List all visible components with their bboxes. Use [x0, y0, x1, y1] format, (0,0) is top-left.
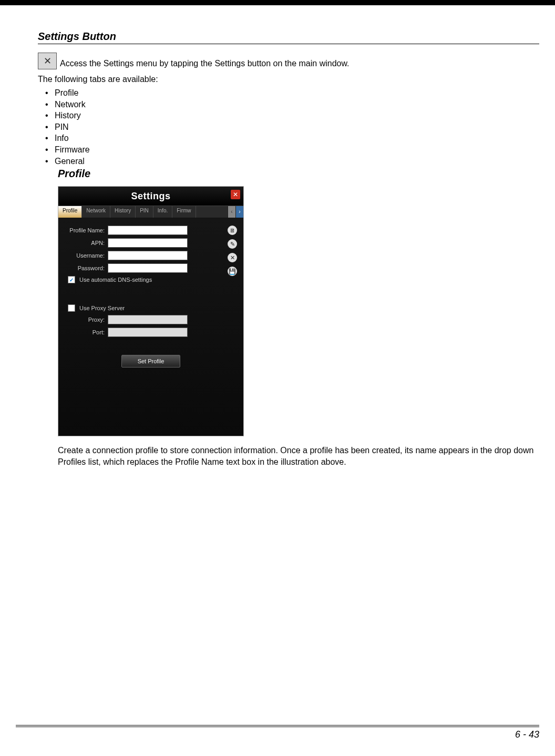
input-profile-name[interactable] — [108, 226, 188, 235]
tab-item: General — [47, 156, 539, 167]
delete-profile-icon[interactable]: ✕ — [228, 253, 237, 262]
tab-item: Network — [47, 99, 539, 110]
page-top-bar — [0, 0, 555, 5]
input-username[interactable] — [108, 251, 188, 260]
edit-profile-icon[interactable]: ✎ — [228, 239, 237, 249]
save-profile-icon[interactable]: 💾 — [228, 267, 237, 276]
window-title: Settings — [131, 191, 170, 202]
settings-icon: ✕ — [38, 53, 57, 69]
set-profile-button[interactable]: Set Profile — [121, 355, 180, 367]
tab-network[interactable]: Network — [82, 206, 110, 218]
label-profile-name: Profile Name: — [64, 227, 108, 233]
tab-scroll-right-icon[interactable]: › — [235, 206, 243, 218]
settings-window-screenshot: Settings ✕ Profile Network History PIN I… — [58, 186, 244, 436]
tab-scroll-left-icon[interactable]: ‹ — [228, 206, 235, 218]
tab-history[interactable]: History — [110, 206, 136, 218]
tab-item: Profile — [47, 87, 539, 99]
label-port: Port: — [64, 329, 108, 335]
tab-firmware[interactable]: Firmw — [172, 206, 196, 218]
window-titlebar: Settings ✕ — [58, 187, 243, 206]
subheading-profile: Profile — [58, 168, 539, 180]
new-profile-icon[interactable]: 🗎 — [228, 226, 237, 235]
label-password: Password: — [64, 265, 108, 271]
heading-settings-button: Settings Button — [38, 30, 539, 44]
label-dns-checkbox: Use automatic DNS-settings — [79, 277, 152, 283]
checkbox-proxy[interactable] — [68, 304, 75, 312]
window-body: 🗎 ✎ ✕ 💾 Profile Name: APN: Username: — [58, 218, 243, 436]
label-proxy: Proxy: — [64, 316, 108, 323]
tab-pin[interactable]: PIN — [136, 206, 153, 218]
tab-item: History — [47, 110, 539, 121]
tab-profile[interactable]: Profile — [58, 206, 82, 218]
window-tab-row: Profile Network History PIN Info. Firmw … — [58, 206, 243, 218]
input-password[interactable] — [108, 263, 188, 273]
label-apn: APN: — [64, 240, 108, 246]
tab-item: Info — [47, 132, 539, 144]
input-proxy[interactable] — [108, 315, 188, 324]
tab-item: Firmware — [47, 144, 539, 156]
tab-item: PIN — [47, 121, 539, 133]
input-apn[interactable] — [108, 238, 188, 248]
checkbox-dns[interactable] — [68, 276, 75, 283]
tabs-list: Profile Network History PIN Info Firmwar… — [38, 87, 539, 167]
input-port[interactable] — [108, 328, 188, 337]
page-number: 6 - 43 — [16, 727, 539, 740]
tab-info[interactable]: Info. — [153, 206, 172, 218]
intro-text: Access the Settings menu by tapping the … — [60, 58, 350, 69]
page-footer: 6 - 43 — [16, 725, 539, 740]
tabs-intro-text: The following tabs are available: — [38, 75, 539, 84]
profile-caption: Create a connection profile to store con… — [58, 445, 539, 467]
close-icon[interactable]: ✕ — [231, 190, 240, 199]
label-proxy-checkbox: Use Proxy Server — [79, 305, 125, 311]
label-username: Username: — [64, 252, 108, 259]
